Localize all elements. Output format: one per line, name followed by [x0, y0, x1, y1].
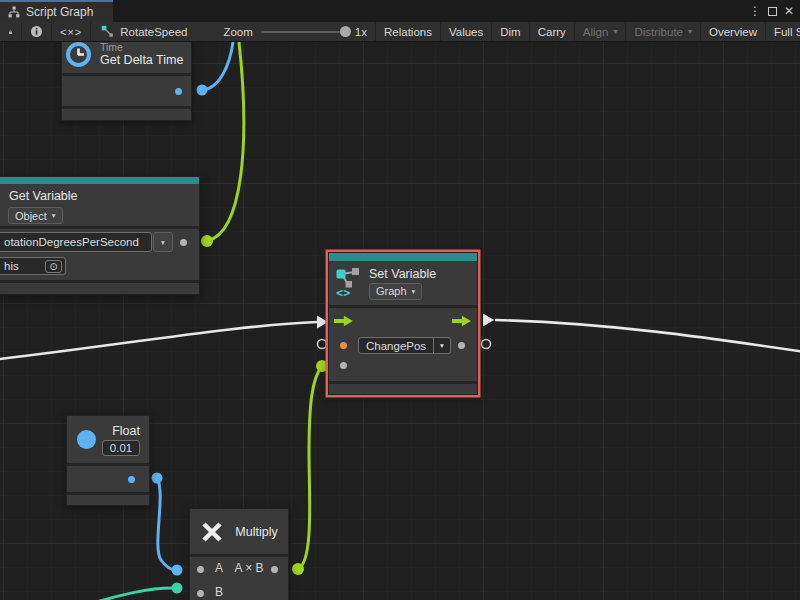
port-out-label: A × B	[229, 561, 269, 575]
relations-button[interactable]: Relations	[375, 22, 441, 41]
delta-time-output-port[interactable]	[175, 88, 182, 95]
variable-name-port[interactable]	[180, 239, 187, 246]
chevron-down-icon: ▾	[161, 238, 165, 247]
values-button[interactable]: Values	[441, 22, 492, 41]
chevron-down-icon: ▾	[613, 27, 617, 36]
chevron-down-icon: ▾	[52, 211, 56, 220]
full-screen-button[interactable]: Full Screen	[766, 22, 800, 41]
multiply-output-endpoint[interactable]	[292, 563, 304, 575]
graph-toolbar: <×> RotateSpeed Zoom 1x Relations Values…	[0, 22, 800, 42]
graph-breadcrumb[interactable]: RotateSpeed	[91, 22, 197, 41]
variable-target-field[interactable]: his ⊙	[0, 257, 66, 275]
tab-script-graph[interactable]: Script Graph	[0, 0, 113, 22]
value-output-port[interactable]	[458, 342, 465, 349]
dim-button[interactable]: Dim	[492, 22, 529, 41]
float-value-field[interactable]: 0.01	[102, 440, 140, 456]
zoom-value: 1x	[355, 26, 367, 38]
node-footer	[329, 384, 477, 394]
title-bar: Script Graph ⋮ ✕	[0, 0, 800, 22]
node-footer	[67, 495, 149, 505]
node-title: Get Delta Time	[100, 53, 183, 67]
edit-graph-button[interactable]: <×>	[52, 22, 91, 41]
variable-header-bar	[0, 177, 199, 184]
node-title: Get Variable	[9, 189, 78, 203]
float-output-endpoint[interactable]	[152, 473, 163, 484]
zoom-control: Zoom 1x	[197, 22, 375, 41]
delta-time-wire-endpoint[interactable]	[197, 85, 208, 96]
set-variable-icon: <>	[335, 267, 362, 299]
node-title: Set Variable	[369, 267, 436, 281]
node-title: Float	[112, 424, 140, 438]
graph-window-icon	[8, 6, 20, 18]
value-input-port[interactable]	[340, 362, 347, 369]
flow-wire-left	[0, 322, 317, 360]
multiply-b-port[interactable]	[197, 590, 204, 597]
node-set-variable[interactable]: <> Set Variable Graph ▾ ChangePos ▾	[328, 252, 478, 395]
variable-name-dropdown-button[interactable]: ▾	[153, 232, 173, 252]
chevron-down-icon: ▾	[412, 287, 416, 296]
unconnected-port-ring-left[interactable]	[318, 340, 327, 349]
node-float[interactable]: Float 0.01	[66, 415, 150, 506]
flow-wire-right	[495, 320, 800, 353]
node-title: Multiply	[235, 525, 277, 539]
lock-button[interactable]	[0, 22, 22, 41]
node-footer	[62, 109, 191, 120]
align-dropdown-button[interactable]: Align ▾	[575, 22, 627, 41]
svg-text:<>: <>	[336, 286, 350, 299]
unconnected-port-ring-right[interactable]	[482, 340, 491, 349]
object-picker-icon[interactable]: ⊙	[45, 260, 62, 273]
code-icon: <×>	[60, 26, 82, 38]
multiply-a-port[interactable]	[197, 566, 204, 573]
variable-kind-dropdown[interactable]: Object ▾	[8, 207, 63, 224]
tab-title: Script Graph	[26, 5, 93, 19]
multiply-b-wire	[76, 588, 176, 600]
zoom-label: Zoom	[223, 26, 252, 38]
variable-name-dropdown[interactable]: ChangePos ▾	[358, 337, 451, 354]
node-footer	[0, 283, 199, 294]
window-menu-icon[interactable]: ⋮	[749, 5, 761, 17]
close-icon[interactable]: ✕	[784, 5, 794, 17]
flow-input-port[interactable]	[334, 315, 353, 327]
node-multiply[interactable]: Multiply A A × B B	[189, 508, 289, 600]
variable-name-port[interactable]	[340, 342, 347, 349]
window-controls: ⋮ ✕	[749, 0, 800, 22]
port-a-label: A	[215, 561, 223, 575]
info-icon	[30, 25, 43, 38]
node-get-delta-time[interactable]: Time Get Delta Time	[61, 42, 192, 121]
multiply-a-endpoint[interactable]	[172, 565, 183, 576]
variable-header-bar	[329, 253, 477, 261]
port-b-label: B	[215, 585, 223, 599]
distribute-dropdown-button[interactable]: Distribute ▾	[626, 22, 701, 41]
multiply-b-endpoint[interactable]	[172, 583, 183, 594]
float-to-multiply-wire	[157, 478, 176, 570]
carry-button[interactable]: Carry	[530, 22, 575, 41]
multiply-to-setvariable-wire	[298, 366, 322, 569]
maximize-icon[interactable]	[768, 7, 777, 16]
multiply-out-port[interactable]	[271, 566, 278, 573]
node-get-variable[interactable]: Get Variable Object ▾ otationDegreesPerS…	[0, 176, 200, 295]
lock-icon	[8, 26, 13, 38]
float-icon	[77, 430, 96, 449]
overview-button[interactable]: Overview	[701, 22, 766, 41]
flow-arrowhead-right	[483, 314, 494, 327]
flow-arrowhead-left	[317, 316, 328, 329]
multiply-icon	[200, 520, 224, 544]
flow-output-port[interactable]	[452, 315, 471, 327]
chevron-down-icon: ▾	[433, 338, 450, 353]
graph-asset-icon	[101, 25, 114, 38]
info-button[interactable]	[22, 22, 52, 41]
clock-icon	[65, 42, 92, 68]
node-surtitle: Time	[100, 42, 183, 53]
float-output-port[interactable]	[128, 476, 135, 483]
graph-canvas[interactable]: Time Get Delta Time Get Variable Object …	[0, 42, 800, 600]
zoom-slider-handle[interactable]	[340, 26, 351, 37]
variable-name-field[interactable]: otationDegreesPerSecond	[0, 232, 152, 252]
chevron-down-icon: ▾	[688, 27, 692, 36]
delta-time-wire	[202, 42, 233, 90]
graph-name: RotateSpeed	[120, 26, 187, 38]
variable-kind-dropdown[interactable]: Graph ▾	[369, 283, 422, 300]
get-variable-wire-endpoint[interactable]	[201, 235, 213, 247]
setvariable-value-endpoint[interactable]	[316, 360, 328, 372]
zoom-slider[interactable]	[261, 31, 347, 33]
